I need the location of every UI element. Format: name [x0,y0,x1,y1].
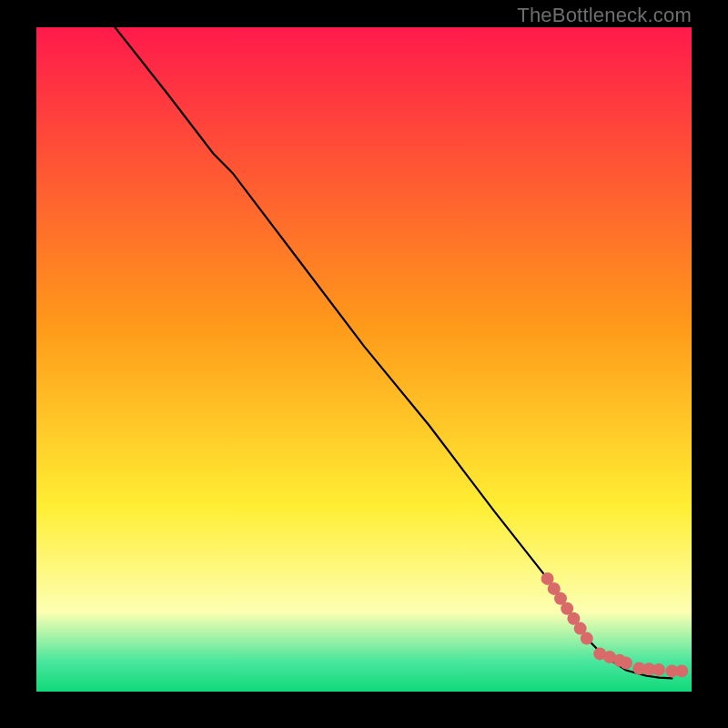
chart-stage: TheBottleneck.com [0,0,728,728]
data-point [652,663,665,676]
data-point [620,657,632,670]
marker-group [541,572,689,678]
watermark-text: TheBottleneck.com [517,4,692,27]
data-point [675,664,688,677]
curve-line [115,27,672,678]
chart-overlay [36,27,692,692]
data-point [581,632,593,645]
plot-area [36,27,692,692]
